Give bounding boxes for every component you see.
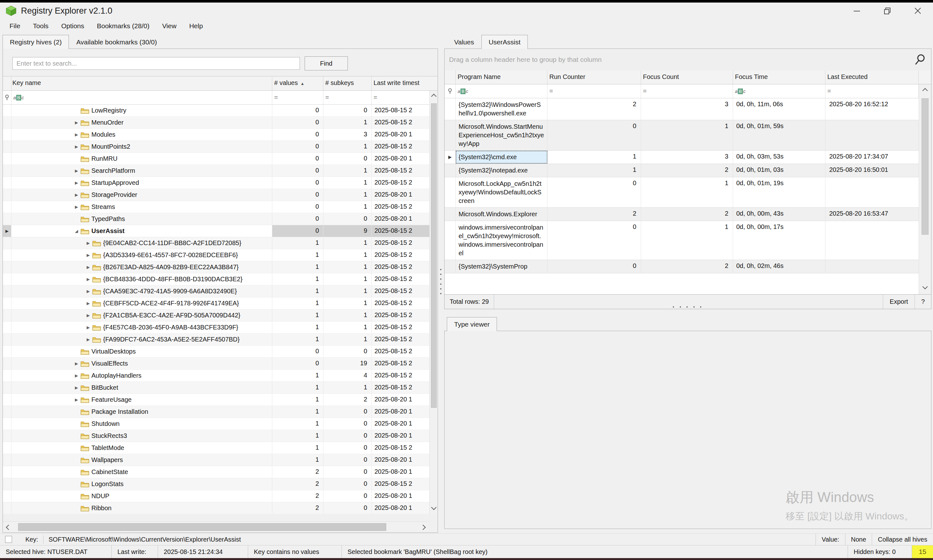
expander-icon[interactable]: ▶ (72, 361, 80, 366)
message-count-badge[interactable]: 15 (912, 545, 933, 558)
tree-filter-subkeys[interactable]: = (323, 91, 372, 104)
program-name-cell[interactable]: {System32}\cmd.exe (456, 151, 547, 164)
tree-row-ribbon[interactable]: Ribbon202025-08-20 1 (3, 502, 438, 514)
table-row-system32-windowspowershell-v1-0-powershe[interactable]: {System32}\WindowsPowerShell\v1.0\powers… (445, 98, 931, 120)
tree-filter-key-name[interactable]: aBc (11, 91, 272, 104)
program-name-cell[interactable]: {System32}\SystemProp (456, 260, 547, 273)
key-name-cell[interactable]: ▶AutoplayHandlers (11, 370, 272, 382)
tab-values[interactable]: Values (447, 35, 481, 49)
expander-icon[interactable]: ▶ (72, 205, 80, 209)
tree-row-streams[interactable]: ▶Streams012025-08-15 2 (3, 201, 438, 213)
tree-col-last-write[interactable]: Last write timest (372, 77, 438, 90)
expander-icon[interactable]: ▶ (84, 241, 93, 245)
tree-row-package-installation[interactable]: Package Installation102025-08-20 1 (3, 406, 438, 418)
tree-row-virtualdesktops[interactable]: VirtualDesktops002025-08-15 2 (3, 346, 438, 358)
help-button[interactable]: ? (914, 295, 931, 309)
key-name-cell[interactable]: ◢UserAssist (11, 225, 272, 237)
tree-row-cabinetstate[interactable]: CabinetState202025-08-20 1 (3, 466, 438, 478)
expander-icon[interactable]: ▶ (84, 265, 93, 269)
tree-row-storageprovider[interactable]: ▶StorageProvider012025-08-20 1 (3, 189, 438, 201)
key-name-cell[interactable]: ▶{B267E3AD-A825-4A09-82B9-EEC22AA3B847} (11, 261, 272, 273)
expander-icon[interactable]: ▶ (72, 373, 80, 378)
key-name-cell[interactable]: ▶StorageProvider (11, 189, 272, 201)
tab-type-viewer[interactable]: Type viewer (447, 317, 497, 331)
key-checkbox[interactable] (5, 536, 12, 543)
key-name-cell[interactable]: LogonStats (11, 478, 272, 490)
minimize-button[interactable] (842, 3, 872, 19)
key-name-cell[interactable]: Shutdown (11, 418, 272, 430)
menu-item-bookmarks-28-0[interactable]: Bookmarks (28/0) (92, 20, 154, 32)
tree-row-stuckrects3[interactable]: StuckRects3102025-08-20 1 (3, 430, 438, 442)
grid-col-program-name[interactable]: Program Name (456, 71, 547, 84)
tree-row-wallpapers[interactable]: Wallpapers102025-08-20 1 (3, 454, 438, 466)
export-button[interactable]: Export (883, 295, 914, 309)
program-name-cell[interactable]: Microsoft.Windows.StartMenuExperienceHos… (456, 120, 547, 150)
expander-icon[interactable]: ▶ (72, 132, 80, 137)
key-name-cell[interactable]: RunMRU (11, 153, 272, 165)
expander-icon[interactable]: ▶ (84, 277, 93, 282)
close-button[interactable] (902, 3, 933, 19)
expander-icon[interactable]: ▶ (72, 192, 80, 197)
tree-filter-values[interactable]: = (272, 91, 323, 104)
tree-row-tabletmode[interactable]: TabletMode102025-08-15 2 (3, 442, 438, 454)
menu-item-tools[interactable]: Tools (28, 20, 54, 32)
key-name-cell[interactable]: Package Installation (11, 406, 272, 418)
expander-icon[interactable]: ▶ (72, 397, 80, 402)
grid-col-run-counter[interactable]: Run Counter (547, 71, 641, 84)
expander-icon[interactable]: ◢ (72, 229, 80, 233)
grid-filter-last[interactable]: = (825, 85, 919, 98)
key-name-cell[interactable]: ▶MenuOrder (11, 117, 272, 128)
table-row-system32-systemprop[interactable]: {System32}\SystemProp020d, 0h, 02m, 46s (445, 260, 931, 273)
menu-item-options[interactable]: Options (56, 20, 89, 32)
search-icon[interactable] (913, 53, 926, 66)
tree-row-logonstats[interactable]: LogonStats202025-08-15 2 (3, 478, 438, 490)
key-name-cell[interactable]: ▶{CEBFF5CD-ACE2-4F4F-9178-9926F41749EA} (11, 297, 272, 309)
tree-vertical-scrollbar[interactable] (429, 91, 438, 514)
table-row-system32-notepad-exe[interactable]: {System32}\notepad.exe120d, 0h, 01m, 03s… (445, 164, 931, 177)
grid-vertical-scrollbar[interactable] (919, 85, 931, 294)
key-name-cell[interactable]: ▶SearchPlatform (11, 165, 272, 177)
tree-row-cebff5cd-ace2-4f4f-9178-9926f41749ea[interactable]: ▶{CEBFF5CD-ACE2-4F4F-9178-9926F41749EA}1… (3, 297, 438, 309)
key-name-cell[interactable]: ▶StartupApproved (11, 177, 272, 189)
panel-splitter-vertical[interactable] (439, 269, 443, 294)
key-name-cell[interactable]: ▶VisualEffects (11, 358, 272, 369)
filter-pin-icon[interactable] (3, 91, 11, 104)
expander-icon[interactable]: ▶ (84, 301, 93, 306)
expander-icon[interactable]: ▶ (72, 168, 80, 173)
tree-row-featureusage[interactable]: ▶FeatureUsage122025-08-20 1 (3, 394, 438, 406)
tree-row-bcb48336-4ddd-48ff-bb0b-d3190dacb3e2[interactable]: ▶{BCB48336-4DDD-48FF-BB0B-D3190DACB3E2}1… (3, 273, 438, 285)
expander-icon[interactable]: ▶ (72, 120, 80, 125)
key-name-cell[interactable]: ▶{A3D53349-6E61-4557-8FC7-0028EDCEEBF6} (11, 249, 272, 261)
key-name-cell[interactable]: CabinetState (11, 466, 272, 478)
key-name-cell[interactable]: ▶{F2A1CB5A-E3CC-4A2E-AF9D-505A7009D442} (11, 309, 272, 321)
grid-col-focus-count[interactable]: Focus Count (641, 71, 733, 84)
restore-button[interactable] (872, 3, 902, 19)
expander-icon[interactable]: ▶ (84, 325, 93, 330)
tree-row-bitbucket[interactable]: ▶BitBucket112025-08-15 2 (3, 382, 438, 394)
key-name-cell[interactable]: ▶Streams (11, 201, 272, 213)
tree-row-a3d53349-6e61-4557-8fc7-0028edceebf6[interactable]: ▶{A3D53349-6E61-4557-8FC7-0028EDCEEBF6}1… (3, 249, 438, 261)
key-name-cell[interactable]: NDUP (11, 490, 272, 502)
tab-available-bookmarks-30-0[interactable]: Available bookmarks (30/0) (69, 35, 164, 49)
key-name-cell[interactable]: ▶MountPoints2 (11, 141, 272, 152)
key-name-cell[interactable]: ▶Modules (11, 129, 272, 140)
key-name-cell[interactable]: ▶{9E04CAB2-CC14-11DF-BB8C-A2F1DED72085} (11, 237, 272, 249)
menu-item-file[interactable]: File (5, 20, 25, 32)
grid-filter-program[interactable]: aBc (456, 85, 547, 98)
menu-item-view[interactable]: View (157, 20, 182, 32)
tree-row-9e04cab2-cc14-11df-bb8c-a2f1ded72085[interactable]: ▶{9E04CAB2-CC14-11DF-BB8C-A2F1DED72085}1… (3, 237, 438, 249)
tree-row-startupapproved[interactable]: ▶StartupApproved012025-08-15 2 (3, 177, 438, 189)
table-row-microsoft-lockapp-cw5n1h2txyewy-windowsd[interactable]: Microsoft.LockApp_cw5n1h2txyewy!WindowsD… (445, 177, 931, 208)
key-name-cell[interactable]: VirtualDesktops (11, 346, 272, 357)
tree-row-searchplatform[interactable]: ▶SearchPlatform012025-08-15 2 (3, 165, 438, 177)
tree-horizontal-scrollbar[interactable] (3, 521, 429, 532)
key-name-cell[interactable]: ▶FeatureUsage (11, 394, 272, 406)
key-name-cell[interactable]: TabletMode (11, 442, 272, 454)
find-button[interactable]: Find (305, 57, 348, 71)
expander-icon[interactable]: ▶ (84, 253, 93, 257)
program-name-cell[interactable]: windows.immersivecontrolpanel_cw5n1h2txy… (456, 221, 547, 260)
tab-registry-hives-2[interactable]: Registry hives (2) (3, 35, 69, 49)
tree-row-visualeffects[interactable]: ▶VisualEffects0192025-08-15 2 (3, 358, 438, 370)
key-name-cell[interactable]: ▶{FA99DFC7-6AC2-453A-A5E2-5E2AFF4507BD} (11, 334, 272, 345)
key-name-cell[interactable]: Ribbon (11, 502, 272, 514)
